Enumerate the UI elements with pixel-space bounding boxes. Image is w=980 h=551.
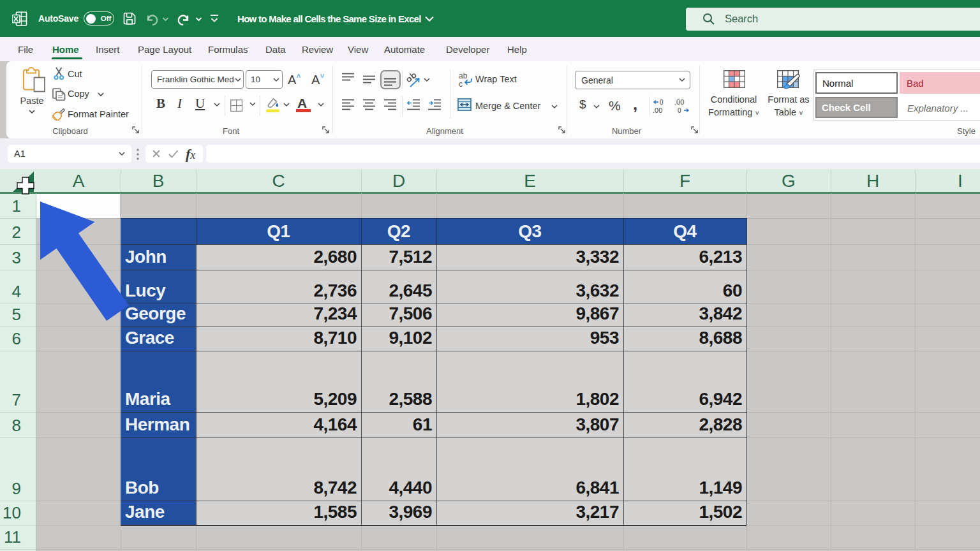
svg-text:ab: ab xyxy=(459,71,468,80)
svg-text:.00: .00 xyxy=(674,99,684,106)
svg-text:c: c xyxy=(459,80,463,88)
svg-text:0: 0 xyxy=(678,107,681,114)
svg-text:.00: .00 xyxy=(653,107,662,114)
svg-text:0: 0 xyxy=(660,99,664,106)
